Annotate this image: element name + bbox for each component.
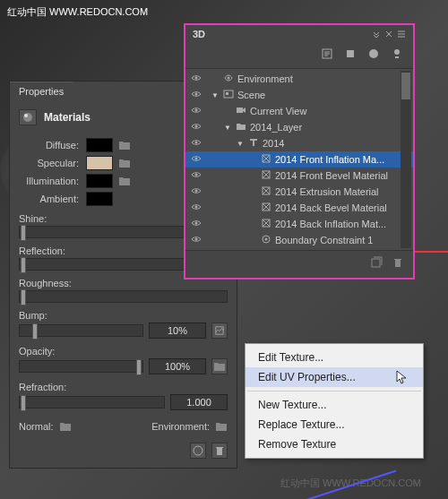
- diffuse-texture-button[interactable]: [118, 140, 131, 151]
- layer-row[interactable]: 2014 Extrusion Material: [185, 184, 413, 200]
- context-menu-item[interactable]: Remove Texture: [246, 434, 423, 454]
- layer-row[interactable]: 2014 Front Inflation Ma...: [185, 151, 413, 168]
- layer-row[interactable]: 2014 Back Bevel Material: [185, 200, 413, 216]
- visibility-eye-icon[interactable]: [189, 105, 203, 117]
- svg-point-27: [195, 238, 198, 241]
- svg-point-6: [369, 49, 378, 58]
- diffuse-swatch[interactable]: [86, 138, 113, 152]
- bump-value-input[interactable]: 10%: [149, 323, 206, 339]
- diffuse-label: Diffuse:: [19, 140, 86, 151]
- svg-rect-5: [347, 50, 354, 57]
- layer-row[interactable]: ▼Scene: [185, 87, 413, 103]
- material-icon: [261, 202, 271, 214]
- layer-label: 2014 Front Bevel Material: [275, 170, 388, 181]
- svg-point-9: [228, 77, 230, 80]
- svg-point-15: [195, 125, 198, 128]
- specular-texture-button[interactable]: [118, 158, 131, 168]
- svg-rect-30: [372, 259, 380, 267]
- svg-point-16: [195, 142, 198, 144]
- normal-texture-button[interactable]: [59, 421, 72, 432]
- bump-texture-button[interactable]: [211, 323, 228, 339]
- layer-row[interactable]: 2014 Back Inflation Mat...: [185, 216, 413, 232]
- svg-point-19: [195, 174, 198, 176]
- context-menu-item[interactable]: New Texture...: [246, 395, 423, 415]
- visibility-eye-icon[interactable]: [189, 202, 203, 214]
- svg-point-25: [195, 222, 198, 225]
- filter-scene-button[interactable]: [320, 47, 334, 61]
- close-icon[interactable]: [384, 30, 393, 38]
- context-menu-item[interactable]: Replace Texture...: [246, 415, 423, 434]
- visibility-eye-icon[interactable]: [189, 121, 203, 133]
- filter-mesh-button[interactable]: [343, 47, 358, 61]
- env-icon: [223, 73, 234, 85]
- watermark-faint: 红动中国 WWW.REDOCN.COM: [280, 477, 421, 490]
- visibility-eye-icon[interactable]: [189, 234, 203, 246]
- layer-row[interactable]: ▼2014: [185, 135, 413, 151]
- layer-row[interactable]: Boundary Constraint 1: [185, 232, 413, 248]
- layer-label: 2014 Front Inflation Ma...: [275, 154, 384, 165]
- specular-swatch[interactable]: [86, 156, 113, 170]
- opacity-value-input[interactable]: 100%: [149, 358, 206, 374]
- visibility-eye-icon[interactable]: [189, 185, 203, 198]
- refraction-value-input[interactable]: 1.000: [170, 394, 228, 410]
- new-layer-button[interactable]: [370, 256, 383, 272]
- opacity-label: Opacity:: [19, 346, 228, 357]
- properties-preview-button[interactable]: [190, 443, 206, 459]
- watermark-text: 红动中国 WWW.REDOCN.COM: [7, 5, 148, 19]
- visibility-eye-icon[interactable]: [189, 153, 203, 166]
- materials-section-title: Materials: [44, 111, 90, 124]
- visibility-eye-icon[interactable]: [189, 89, 203, 101]
- panel-menu-icon[interactable]: [397, 30, 406, 39]
- visibility-eye-icon[interactable]: [189, 73, 203, 85]
- cursor-pointer-icon: [396, 370, 410, 388]
- refraction-label: Refraction:: [19, 382, 228, 392]
- expand-triangle-icon[interactable]: ▼: [211, 91, 220, 99]
- context-menu-item[interactable]: Edit Texture...: [246, 348, 423, 367]
- layer-row[interactable]: Environment: [185, 71, 413, 87]
- expand-triangle-icon[interactable]: ▼: [223, 124, 232, 132]
- delete-layer-button[interactable]: [392, 256, 404, 272]
- svg-rect-12: [226, 92, 228, 95]
- expand-triangle-icon[interactable]: ▼: [236, 140, 245, 148]
- layer-row[interactable]: Current View: [185, 103, 413, 119]
- texture-context-menu: Edit Texture...Edit UV Properties...New …: [245, 343, 424, 459]
- layer-label: 2014: [263, 138, 284, 149]
- properties-tab[interactable]: Properties: [10, 82, 73, 100]
- refraction-slider[interactable]: [19, 396, 165, 409]
- layer-label: Boundary Constraint 1: [275, 235, 373, 245]
- illumination-swatch[interactable]: [86, 174, 113, 188]
- opacity-texture-button[interactable]: [211, 358, 228, 374]
- illumination-texture-button[interactable]: [118, 176, 131, 186]
- layer-row[interactable]: ▼2014_Layer: [185, 119, 413, 135]
- layer-row[interactable]: 2014 Front Bevel Material: [185, 168, 413, 184]
- filter-light-button[interactable]: [390, 47, 404, 61]
- ambient-label: Ambient:: [19, 194, 86, 204]
- svg-point-0: [23, 113, 32, 122]
- panel-3d: 3D Environment▼SceneCurrent View▼2014_La…: [184, 23, 415, 280]
- svg-rect-14: [237, 108, 243, 113]
- layers-scrollbar[interactable]: [401, 71, 411, 248]
- collapse-icon[interactable]: [372, 30, 381, 39]
- ambient-swatch[interactable]: [86, 192, 113, 206]
- material-icon: [261, 169, 271, 182]
- svg-point-23: [195, 206, 198, 209]
- svg-point-1: [24, 114, 28, 117]
- opacity-slider[interactable]: [19, 360, 143, 373]
- filter-material-button[interactable]: [366, 47, 381, 61]
- svg-point-7: [394, 49, 400, 55]
- svg-point-17: [195, 158, 198, 160]
- materials-icon: [19, 109, 37, 125]
- visibility-eye-icon[interactable]: [189, 218, 203, 230]
- environment-label: Environment:: [151, 421, 210, 432]
- camera-icon: [236, 105, 246, 117]
- layer-label: 2014 Back Bevel Material: [275, 202, 387, 213]
- svg-point-29: [265, 238, 268, 241]
- normal-label: Normal:: [19, 421, 54, 432]
- roughness-slider[interactable]: [19, 290, 228, 303]
- bump-slider[interactable]: [19, 324, 143, 337]
- visibility-eye-icon[interactable]: [189, 169, 203, 182]
- scene-icon: [223, 89, 234, 101]
- visibility-eye-icon[interactable]: [189, 137, 203, 150]
- properties-delete-button[interactable]: [211, 443, 228, 459]
- environment-texture-button[interactable]: [215, 421, 228, 432]
